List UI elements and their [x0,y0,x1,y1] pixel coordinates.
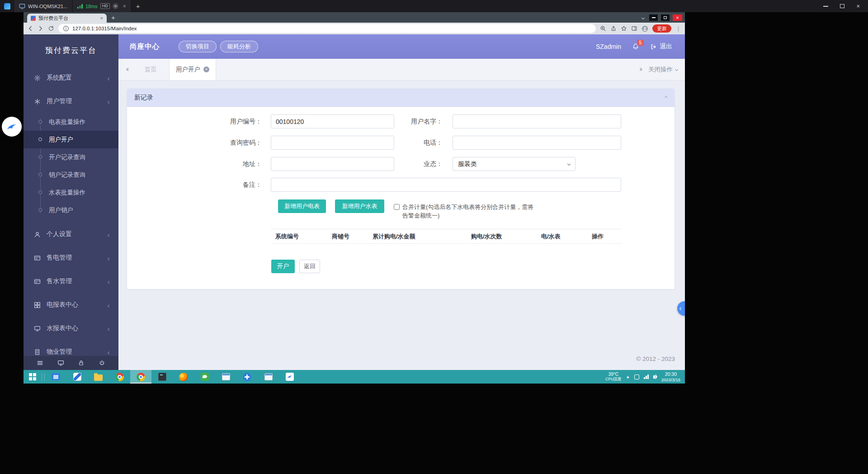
system-tray: 39°C CPU温度 ▲ 20:30 2023/3/15 [605,371,685,383]
taskbar-app-7[interactable] [173,370,194,384]
selected-option: 服装类 [458,160,477,168]
network-icon[interactable] [644,374,649,379]
chevron-left-icon [108,325,110,332]
sidebar-item-user-management[interactable]: 用户管理 [24,90,118,113]
address-bar[interactable]: 127.0.0.1:10315/Main/Index [58,24,596,33]
forward-icon[interactable] [38,25,44,32]
scroll-tabs-left-button[interactable] [127,68,130,71]
browser-minimize-button[interactable] [649,14,658,21]
merge-metering-checkbox[interactable] [394,204,400,210]
side-panel-icon[interactable] [631,25,637,32]
sidebar-subitem-user-open-account[interactable]: 用户开户 [24,131,118,148]
url-text: 127.0.0.1:10315/Main/Index [72,26,137,31]
switch-project-button[interactable]: 切换项目 [179,41,217,52]
sidebar-subitem-open-account-records[interactable]: 开户记录查询 [24,148,118,166]
monitor-icon[interactable] [57,360,64,366]
energy-analysis-button[interactable]: 能耗分析 [220,41,258,52]
taskbar-app-5-active[interactable] [130,370,151,384]
sidebar-item-electricity-sales[interactable]: 售电管理 [24,246,118,270]
minimize-icon[interactable] [823,6,828,7]
taskbar-app-4[interactable] [109,370,130,384]
site-info-icon[interactable] [63,25,69,32]
tab-home[interactable]: 首页 [137,66,165,74]
tray-app-icon[interactable] [634,374,639,379]
tab-user-open-account[interactable]: 用户开户 × [169,59,216,80]
collapse-panel-icon[interactable] [665,96,667,99]
username[interactable]: SZadmin [596,43,621,50]
taskbar-app-11[interactable] [258,370,279,384]
remote-tool-floating-ball[interactable] [2,117,22,137]
notifications-button[interactable]: 5 [632,43,639,50]
open-account-button[interactable]: 开户 [271,260,295,273]
refresh-icon[interactable] [48,25,54,32]
sidebar-item-label: 系统配置 [47,74,108,82]
profile-avatar[interactable] [642,25,648,32]
sidebar-subitem-close-account-records[interactable]: 销户记录查询 [24,166,118,184]
hd-badge: HD [100,3,110,9]
lock-icon[interactable] [78,360,85,366]
user-name-input[interactable] [453,114,621,128]
add-electric-meter-button[interactable]: 新增用户电表 [278,199,326,213]
new-tab-button[interactable]: + [111,14,115,21]
share-icon[interactable] [610,25,617,32]
scroll-tabs-right-button[interactable] [639,68,642,71]
chevron-left-icon [679,307,683,310]
sidebar-submenu: 电表批量操作 用户开户 开户记录查询 销户记录查询 水表批量操作 用户销户 [24,113,118,219]
blue-settings-icon [243,373,251,381]
taskbar-app-9[interactable] [215,370,236,384]
tab-close-icon[interactable]: × [100,16,103,21]
query-password-label: 查询密码： [127,136,262,150]
remote-machine-name: WIN-OQMSK21... [28,4,67,9]
sidebar-item-label: 个人设置 [47,230,108,238]
back-button[interactable]: 返回 [299,260,320,273]
sidebar-item-water-report-center[interactable]: 水报表中心 [24,317,118,340]
start-button[interactable] [24,370,42,384]
new-session-button[interactable]: + [136,3,140,9]
close-icon[interactable]: × [856,3,860,9]
tray-expand-icon[interactable]: ▲ [626,375,630,379]
remark-input[interactable] [271,178,621,192]
browser-close-button[interactable]: × [673,14,682,21]
tab-search-icon[interactable] [642,17,644,19]
sidebar-item-water-sales[interactable]: 售水管理 [24,270,118,293]
sidebar-item-system-config[interactable]: 系统配置 [24,66,118,90]
col-shop-no: 商铺号 [327,232,368,241]
browser-menu-icon[interactable]: ⋮ [675,26,681,32]
user-icon [34,231,41,238]
logout-button[interactable]: 退出 [650,43,672,51]
content-area: 新记录 用户编号： 用户名字： 查询密码： 电话： 地址： [118,81,685,370]
project-name: 尚座中心 [130,42,160,52]
taskbar-app-6[interactable] [151,370,173,384]
add-water-meter-button[interactable]: 新增用户水表 [335,199,384,213]
business-type-select[interactable]: 服装类 [453,157,576,171]
remote-session-tab[interactable]: WIN-OQMSK21... [14,0,72,12]
back-icon[interactable] [27,25,33,32]
bookmark-star-icon[interactable] [621,25,627,32]
taskbar-clock[interactable]: 20:30 2023/3/15 [661,371,680,383]
volume-icon[interactable] [653,375,655,379]
taskbar-app-2[interactable] [66,370,88,384]
close-session-icon[interactable]: × [123,4,126,9]
maximize-icon[interactable] [840,4,844,8]
taskbar-app-8[interactable] [194,370,215,384]
remote-status-tab[interactable]: 18ms HD × [73,0,130,12]
sidebar-item-electricity-report-center[interactable]: 电报表中心 [24,293,118,317]
zoom-icon[interactable] [600,25,606,32]
power-icon[interactable] [99,360,105,366]
browser-maximize-button[interactable] [661,14,670,21]
browser-update-button[interactable]: 更新 [652,24,671,33]
sidebar-subitem-user-close-account[interactable]: 用户销户 [24,201,118,219]
remote-tool-logo-icon [6,121,18,133]
close-operations-dropdown[interactable]: 关闭操作 [648,66,678,74]
hamburger-menu-icon[interactable] [37,360,43,366]
sidebar-subitem-meter-batch-ops[interactable]: 电表批量操作 [24,113,118,131]
taskbar-app-10[interactable] [236,370,258,384]
sidebar-item-personal-settings[interactable]: 个人设置 [24,223,118,246]
browser-tab[interactable]: 预付费云平台 × [27,14,107,23]
taskbar-app-3[interactable] [88,370,109,384]
sidebar-subitem-water-meter-batch-ops[interactable]: 水表批量操作 [24,184,118,201]
tab-close-icon[interactable]: × [203,66,209,72]
taskbar-app-12[interactable] [279,370,300,384]
phone-input[interactable] [453,136,621,150]
taskbar-app-1[interactable] [45,370,66,384]
